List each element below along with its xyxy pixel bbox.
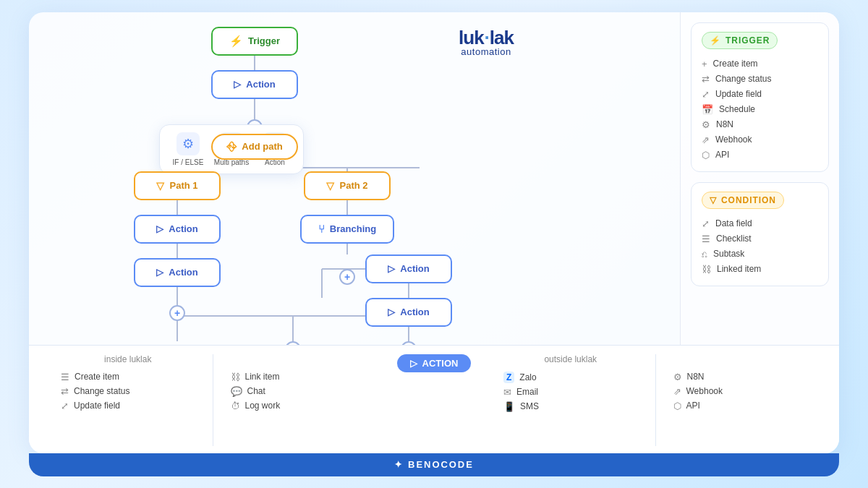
main-action-node[interactable]: ▷ Action xyxy=(211,70,298,99)
branching-label: Branching xyxy=(330,223,376,234)
trigger-node[interactable]: ⚡ Trigger xyxy=(211,27,298,56)
sidebar-create-item[interactable]: + Create item xyxy=(702,56,818,72)
inside-items: ☰ Create item ⇄ Change status ⤢ Update f… xyxy=(61,372,195,411)
path1-node[interactable]: ▽ Path 1 xyxy=(134,171,221,200)
sidebar-webhook[interactable]: ⇗ Webhook xyxy=(702,132,818,147)
right-sidebar: ⚡ TRIGGER + Create item ⇄ Change status … xyxy=(680,12,839,345)
create-icon: + xyxy=(702,59,707,69)
inside-update-field[interactable]: ⤢ Update field xyxy=(61,401,195,411)
webhook-label: Webhook xyxy=(715,134,752,145)
sidebar-change-status[interactable]: ⇄ Change status xyxy=(702,72,818,87)
inside-change-status-icon: ⇄ xyxy=(61,386,69,397)
n8n-label: N8N xyxy=(716,119,733,129)
inside-create-item[interactable]: ☰ Create item xyxy=(61,372,195,382)
inside-update-field-icon: ⤢ xyxy=(61,401,69,411)
chat-label: Chat xyxy=(247,386,265,396)
outside-webhook-icon: ⇗ xyxy=(673,386,681,397)
inside-title: inside luklak xyxy=(61,354,195,364)
addpath-node[interactable]: ⛗ Add path xyxy=(211,134,298,160)
linked-item-label: Linked item xyxy=(717,264,761,274)
plus-btn-bottom-center[interactable]: + xyxy=(285,341,301,345)
api-icon: ⬡ xyxy=(702,150,710,160)
change-status-icon: ⇄ xyxy=(702,74,710,85)
logo-area: luk·lak automation xyxy=(459,27,514,57)
plus-btn-bottom-right[interactable]: + xyxy=(401,341,417,345)
chat-item[interactable]: 💬 Chat xyxy=(231,386,365,397)
logwork-label: Log work xyxy=(245,401,281,411)
subtask-icon: ⎌ xyxy=(702,249,707,260)
inside-create-label: Create item xyxy=(75,372,119,382)
plus-btn-bottom-left[interactable]: + xyxy=(169,305,185,321)
webhook-icon: ⇗ xyxy=(702,134,710,145)
a4-label: Action xyxy=(400,307,429,317)
divider-1 xyxy=(213,354,213,446)
outside-webhook-item[interactable]: ⇗ Webhook xyxy=(673,386,808,397)
linked-item-icon: ⛓ xyxy=(702,264,711,275)
inside-create-icon: ☰ xyxy=(61,372,69,382)
sidebar-data-field[interactable]: ⤢ Data field xyxy=(702,216,818,231)
middle-section: - ⛓ Link item 💬 Chat ⏱ Log work xyxy=(219,354,377,411)
action-badge[interactable]: ▷ ACTION xyxy=(397,354,472,372)
condition-panel-icon: ▽ xyxy=(710,195,717,205)
inside-change-status-label: Change status xyxy=(74,386,129,396)
logwork-item[interactable]: ⏱ Log work xyxy=(231,401,365,411)
path2-node[interactable]: ▽ Path 2 xyxy=(304,171,391,200)
sidebar-n8n[interactable]: ⚙ N8N xyxy=(702,117,818,132)
email-icon: ✉ xyxy=(503,387,511,398)
path1-icon: ▽ xyxy=(156,180,164,192)
plus-btn-branch[interactable]: + xyxy=(339,269,355,285)
flow-canvas: luk·lak automation xyxy=(29,12,680,345)
action-badge-icon: ▷ xyxy=(410,358,417,369)
a3-label: Action xyxy=(400,263,429,274)
outside-api-item[interactable]: ⬡ API xyxy=(673,401,808,411)
link-item[interactable]: ⛓ Link item xyxy=(231,372,365,382)
action-badge-label: ACTION xyxy=(422,358,459,369)
outside-section2: - ⚙ N8N ⇗ Webhook ⬡ API xyxy=(662,354,820,411)
sidebar-subtask[interactable]: ⎌ Subtask xyxy=(702,247,818,262)
link-item-icon: ⛓ xyxy=(231,372,240,382)
update-field-label: Update field xyxy=(715,89,762,99)
branching-node[interactable]: ⑂ Branching xyxy=(300,215,394,244)
link-item-label: Link item xyxy=(245,372,280,382)
data-field-icon: ⤢ xyxy=(702,218,710,229)
sms-item[interactable]: 📱 SMS xyxy=(503,401,638,412)
trigger-icon: ⚡ xyxy=(229,35,243,48)
action-a2-node[interactable]: ▷ Action xyxy=(134,258,221,287)
update-field-icon: ⤢ xyxy=(702,89,710,100)
outside-items1: Z Zalo ✉ Email 📱 SMS xyxy=(503,372,638,412)
email-item[interactable]: ✉ Email xyxy=(503,387,638,398)
outside-section1: outside luklak Z Zalo ✉ Email 📱 SMS xyxy=(492,354,650,412)
footer: ✦ BENOCODE xyxy=(29,453,839,476)
sidebar-update-field[interactable]: ⤢ Update field xyxy=(702,87,818,102)
sms-label: SMS xyxy=(520,401,539,411)
footer-icon: ✦ xyxy=(394,459,404,470)
top-section: luk·lak automation xyxy=(29,12,839,345)
email-label: Email xyxy=(516,387,538,397)
condition-panel-label: CONDITION xyxy=(721,195,776,205)
outside-api-icon: ⬡ xyxy=(673,401,681,411)
inside-change-status[interactable]: ⇄ Change status xyxy=(61,386,195,397)
change-status-label: Change status xyxy=(715,74,771,84)
sidebar-schedule[interactable]: 📅 Schedule xyxy=(702,102,818,117)
zalo-item[interactable]: Z Zalo xyxy=(503,372,638,383)
schedule-icon: 📅 xyxy=(702,104,713,115)
sidebar-api[interactable]: ⬡ API xyxy=(702,147,818,163)
outside-n8n-item[interactable]: ⚙ N8N xyxy=(673,372,808,382)
a2-icon: ▷ xyxy=(156,267,163,278)
checklist-label: Checklist xyxy=(716,234,752,244)
trigger-panel-icon: ⚡ xyxy=(710,35,721,46)
create-label: Create item xyxy=(713,59,758,69)
a4-icon: ▷ xyxy=(388,307,395,317)
chat-icon: 💬 xyxy=(231,386,242,397)
a2-label: Action xyxy=(169,267,197,278)
condition-panel-title: ▽ CONDITION xyxy=(702,192,784,209)
action-a1-node[interactable]: ▷ Action xyxy=(134,215,221,244)
sidebar-checklist[interactable]: ☰ Checklist xyxy=(702,231,818,247)
action-a3-node[interactable]: ▷ Action xyxy=(365,254,452,283)
action-a4-node[interactable]: ▷ Action xyxy=(365,298,452,327)
sidebar-linked-item[interactable]: ⛓ Linked item xyxy=(702,262,818,277)
popup-ifelse[interactable]: ⚙ IF / ELSE xyxy=(170,132,206,166)
outside-n8n-icon: ⚙ xyxy=(673,372,682,382)
trigger-label: Trigger xyxy=(248,35,280,46)
zalo-icon: Z xyxy=(503,372,514,383)
